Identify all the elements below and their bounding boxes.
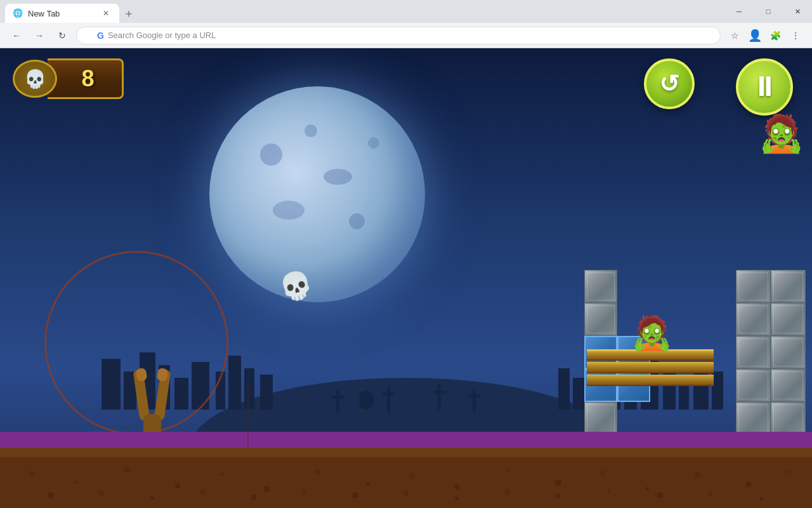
svg-point-54 [150,497,154,500]
svg-point-42 [366,483,370,486]
score-value: 8 [81,65,94,91]
tab-close-button[interactable]: ✕ [100,8,112,19]
svg-point-60 [455,497,459,500]
address-placeholder: Search Google or type a URL [108,30,216,40]
svg-rect-3 [387,387,390,413]
bookmark-icon[interactable]: ☆ [726,27,743,44]
toolbar-icons: ☆ 👤 🧩 ⋮ [726,27,804,44]
svg-rect-9 [468,394,480,398]
maximize-button[interactable]: □ [754,0,783,23]
stone-block [736,336,771,369]
svg-point-0 [190,378,622,435]
zombie-top: 🧟 [759,112,804,155]
svg-rect-17 [228,356,241,410]
svg-point-61 [504,489,511,495]
ground-dirt [0,448,812,508]
svg-point-35 [29,471,34,476]
svg-point-51 [785,470,789,474]
pause-button[interactable]: ⏸ [736,58,793,116]
svg-rect-20 [558,368,570,410]
svg-point-64 [657,492,663,498]
stone-block [771,303,806,336]
close-button[interactable]: ✕ [783,0,812,23]
stone-block [584,303,617,336]
tab-favicon: 🌐 [13,8,23,18]
svg-rect-1 [336,391,339,413]
stone-block [736,303,771,336]
refresh-button[interactable]: ↻ [53,27,71,44]
svg-rect-2 [332,396,344,399]
minimize-button[interactable]: ─ [724,0,754,23]
svg-point-59 [403,491,409,496]
svg-point-43 [409,473,416,479]
svg-point-48 [645,487,649,491]
score-skull-icon: 💀 [13,60,57,98]
profile-icon[interactable]: 👤 [746,27,764,44]
right-tower [736,270,806,435]
stone-block [584,270,617,303]
svg-point-46 [555,479,561,486]
new-tab-button[interactable]: ＋ [119,4,138,23]
svg-point-63 [607,489,611,493]
svg-point-36 [74,481,78,485]
svg-point-47 [600,471,605,476]
google-g-icon: G [97,30,104,41]
game-area[interactable]: 💀 [0,48,812,508]
wood-platform [587,349,714,384]
forward-button[interactable]: → [30,27,48,44]
svg-point-56 [251,495,256,500]
svg-point-37 [124,467,130,473]
score-box: 8 [48,58,124,99]
svg-point-38 [175,483,180,488]
svg-point-40 [263,486,270,492]
stone-block [771,270,806,303]
menu-icon[interactable]: ⋮ [787,27,804,44]
svg-point-57 [303,489,306,493]
svg-point-39 [220,472,224,476]
slingshot [114,357,190,439]
svg-rect-8 [473,389,476,411]
stone-block [771,336,806,369]
svg-rect-18 [244,368,254,410]
restart-button[interactable]: ↺ [644,58,695,109]
address-bar: ← → ↻ G Search Google or type a URL ☆ 👤 … [0,23,812,48]
svg-point-53 [99,491,104,496]
svg-rect-4 [383,392,395,396]
svg-rect-19 [260,375,273,410]
browser-window: 🌐 New Tab ✕ ＋ ─ □ ✕ ← → ↻ G Search Googl… [0,0,812,508]
svg-point-55 [200,489,206,495]
svg-point-41 [315,469,320,474]
ground-surface [0,432,812,448]
score-display: 💀 8 [13,58,124,99]
ground-divider [247,384,249,448]
moon [209,86,425,302]
stone-block [771,402,806,435]
svg-point-66 [759,497,763,500]
tab-title: New Tab [28,9,95,18]
address-input[interactable]: G Search Google or type a URL [76,27,721,44]
back-button[interactable]: ← [8,27,25,44]
svg-point-44 [454,485,459,490]
stone-block [736,369,771,402]
stone-block [736,270,771,303]
svg-point-62 [556,493,561,498]
extensions-icon[interactable]: 🧩 [766,27,784,44]
window-controls: ─ □ ✕ [724,0,812,23]
svg-rect-5 [438,384,441,410]
svg-point-50 [746,482,751,487]
svg-point-49 [695,471,701,478]
active-tab[interactable]: 🌐 New Tab ✕ [5,4,119,23]
svg-rect-6 [433,391,445,394]
stone-block [584,402,617,435]
stone-block [736,402,771,435]
svg-rect-7 [359,391,373,410]
svg-point-52 [48,492,54,498]
zombie-mid: 🧟 [631,314,672,352]
svg-point-65 [708,491,713,496]
svg-point-45 [506,468,509,472]
stone-block [771,369,806,402]
svg-point-58 [352,492,358,498]
tab-bar: 🌐 New Tab ✕ ＋ ─ □ ✕ [0,0,812,23]
